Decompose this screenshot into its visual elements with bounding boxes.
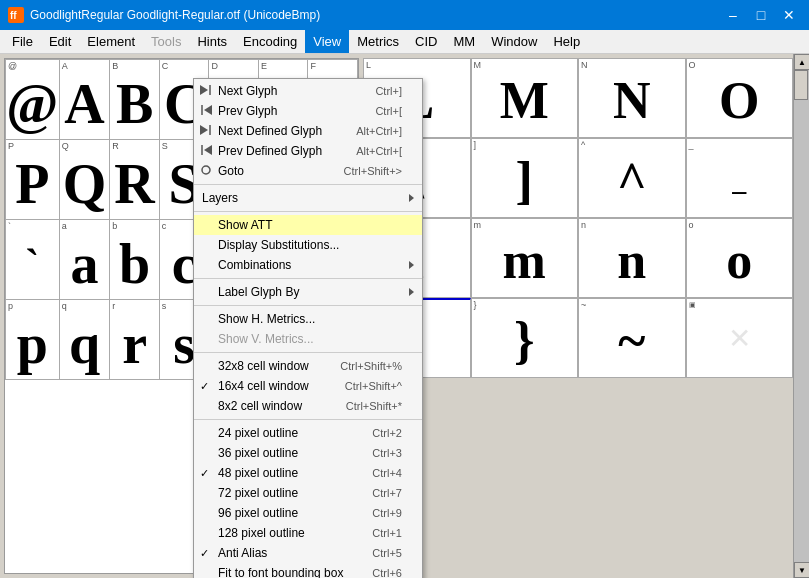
divider-2 (194, 211, 422, 212)
menu-encoding[interactable]: Encoding (235, 30, 305, 53)
right-panel: LL MM NN OO \\ ]] ^^ __ ll mm nn oo || }… (363, 54, 809, 578)
menu-hints[interactable]: Hints (189, 30, 235, 53)
label-glyph-by-label: Label Glyph By (218, 285, 299, 299)
right-glyph-grid: LL MM NN OO \\ ]] ^^ __ ll mm nn oo || }… (363, 58, 793, 378)
scroll-down-button[interactable]: ▼ (794, 562, 809, 578)
combinations-submenu-arrow (409, 261, 414, 269)
menu-metrics[interactable]: Metrics (349, 30, 407, 53)
glyph-cell-p[interactable]: pp (6, 300, 60, 380)
app-icon: ff (8, 7, 24, 23)
menu-16x4-cell[interactable]: ✓ 16x4 cell window Ctrl+Shift+^ (194, 376, 422, 396)
right-glyph-M[interactable]: MM (471, 58, 579, 138)
right-glyph-m[interactable]: mm (471, 218, 579, 298)
menu-96-pixel[interactable]: 96 pixel outline Ctrl+9 (194, 503, 422, 523)
scrollbar[interactable]: ▲ ▼ (793, 54, 809, 578)
right-glyph-special[interactable]: ▣✕ (686, 298, 794, 378)
prev-defined-glyph-shortcut: Alt+Ctrl+[ (356, 145, 402, 157)
right-glyph-brace[interactable]: }} (471, 298, 579, 378)
right-glyph-tilde[interactable]: ~~ (578, 298, 686, 378)
96-pixel-label: 96 pixel outline (218, 506, 298, 520)
menu-mm[interactable]: MM (446, 30, 484, 53)
scroll-track[interactable] (794, 70, 809, 562)
menu-prev-glyph[interactable]: Prev Glyph Ctrl+[ (194, 101, 422, 121)
menu-window[interactable]: Window (483, 30, 545, 53)
glyph-cell-P[interactable]: PP (6, 140, 60, 220)
close-button[interactable]: ✕ (777, 5, 801, 25)
right-glyph-n[interactable]: nn (578, 218, 686, 298)
menu-fit-to-font[interactable]: Fit to font bounding box Ctrl+6 (194, 563, 422, 578)
72-pixel-shortcut: Ctrl+7 (372, 487, 402, 499)
right-glyph-bracket[interactable]: ]] (471, 138, 579, 218)
glyph-cell-B[interactable]: BB (110, 60, 160, 140)
next-defined-glyph-icon (200, 124, 212, 138)
goto-label: Goto (218, 164, 244, 178)
svg-text:ff: ff (10, 10, 17, 21)
glyph-cell-a[interactable]: aa (59, 220, 110, 300)
36-pixel-shortcut: Ctrl+3 (372, 447, 402, 459)
menu-edit[interactable]: Edit (41, 30, 79, 53)
menu-128-pixel[interactable]: 128 pixel outline Ctrl+1 (194, 523, 422, 543)
prev-defined-glyph-icon (200, 144, 212, 158)
combinations-label: Combinations (218, 258, 291, 272)
menu-goto[interactable]: Goto Ctrl+Shift+> (194, 161, 422, 181)
scroll-thumb[interactable] (794, 70, 808, 100)
glyph-cell-r[interactable]: rr (110, 300, 160, 380)
menu-combinations[interactable]: Combinations (194, 255, 422, 275)
right-glyph-o[interactable]: oo (686, 218, 794, 298)
divider-1 (194, 184, 422, 185)
divider-3 (194, 278, 422, 279)
show-att-label: Show ATT (218, 218, 272, 232)
menu-view[interactable]: View (305, 30, 349, 53)
menu-next-defined-glyph[interactable]: Next Defined Glyph Alt+Ctrl+] (194, 121, 422, 141)
glyph-cell-q[interactable]: qq (59, 300, 110, 380)
svg-marker-8 (204, 145, 212, 155)
menu-anti-alias[interactable]: ✓ Anti Alias Ctrl+5 (194, 543, 422, 563)
24-pixel-shortcut: Ctrl+2 (372, 427, 402, 439)
glyph-cell-R[interactable]: RR (110, 140, 160, 220)
menu-prev-defined-glyph[interactable]: Prev Defined Glyph Alt+Ctrl+[ (194, 141, 422, 161)
menu-36-pixel[interactable]: 36 pixel outline Ctrl+3 (194, 443, 422, 463)
menu-layers[interactable]: Layers (194, 188, 422, 208)
menu-cid[interactable]: CID (407, 30, 445, 53)
next-glyph-shortcut: Ctrl+] (375, 85, 402, 97)
menu-label-glyph-by[interactable]: Label Glyph By (194, 282, 422, 302)
right-glyph-caret[interactable]: ^^ (578, 138, 686, 218)
view-dropdown-menu: Next Glyph Ctrl+] Prev Glyph Ctrl+[ Next… (193, 78, 423, 578)
goto-icon (200, 164, 212, 178)
glyph-cell-A[interactable]: AA (59, 60, 110, 140)
next-defined-glyph-shortcut: Alt+Ctrl+] (356, 125, 402, 137)
menu-file[interactable]: File (4, 30, 41, 53)
128-pixel-label: 128 pixel outline (218, 526, 305, 540)
glyph-cell-b[interactable]: bb (110, 220, 160, 300)
minimize-button[interactable]: – (721, 5, 745, 25)
right-glyph-N[interactable]: NN (578, 58, 686, 138)
menu-element[interactable]: Element (79, 30, 143, 53)
dropdown-container: Next Glyph Ctrl+] Prev Glyph Ctrl+[ Next… (193, 78, 423, 578)
menu-display-substitutions[interactable]: Display Substitutions... (194, 235, 422, 255)
menu-help[interactable]: Help (545, 30, 588, 53)
menu-72-pixel[interactable]: 72 pixel outline Ctrl+7 (194, 483, 422, 503)
maximize-button[interactable]: □ (749, 5, 773, 25)
anti-alias-label: Anti Alias (218, 546, 267, 560)
glyph-cell-backtick[interactable]: `` (6, 220, 60, 300)
menu-32x8-cell[interactable]: 32x8 cell window Ctrl+Shift+% (194, 356, 422, 376)
menu-next-glyph[interactable]: Next Glyph Ctrl+] (194, 81, 422, 101)
16x4-checkmark: ✓ (200, 380, 209, 393)
menu-tools: Tools (143, 30, 189, 53)
menu-show-v-metrics: Show V. Metrics... (194, 329, 422, 349)
menu-bar: File Edit Element Tools Hints Encoding V… (0, 30, 809, 54)
menu-48-pixel[interactable]: ✓ 48 pixel outline Ctrl+4 (194, 463, 422, 483)
glyph-cell-Q[interactable]: QQ (59, 140, 110, 220)
72-pixel-label: 72 pixel outline (218, 486, 298, 500)
menu-show-h-metrics[interactable]: Show H. Metrics... (194, 309, 422, 329)
menu-24-pixel[interactable]: 24 pixel outline Ctrl+2 (194, 423, 422, 443)
48-pixel-checkmark: ✓ (200, 467, 209, 480)
menu-show-att[interactable]: Show ATT (194, 215, 422, 235)
glyph-cell-at[interactable]: @@ (6, 60, 60, 140)
right-glyph-O[interactable]: OO (686, 58, 794, 138)
menu-8x2-cell[interactable]: 8x2 cell window Ctrl+Shift+* (194, 396, 422, 416)
right-glyph-underscore[interactable]: __ (686, 138, 794, 218)
main-content: @@ AA BB CC DD EE FF PP QQ RR SS TT UU V… (0, 54, 809, 578)
scroll-up-button[interactable]: ▲ (794, 54, 809, 70)
32x8-shortcut: Ctrl+Shift+% (340, 360, 402, 372)
